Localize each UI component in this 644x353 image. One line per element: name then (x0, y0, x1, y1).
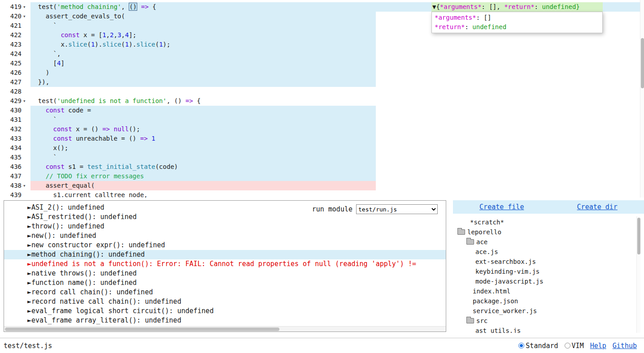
file-tree-item[interactable]: service_worker.js (453, 306, 644, 316)
test-result-row[interactable]: ►function name(): undefined (4, 278, 446, 288)
file-tree-folder[interactable]: leporello (453, 227, 644, 237)
code-token: ]; (129, 31, 136, 39)
file-tree-item[interactable]: ext-searchbox.js (453, 257, 644, 267)
fold-arrow-icon (22, 77, 30, 87)
code-line[interactable]: 436 const s1 = test_initial_state(code) (0, 162, 644, 172)
tooltip-entry[interactable]: *arguments*: [] (435, 13, 600, 22)
file-tree-folder[interactable]: ace (453, 237, 644, 247)
code-token: const (53, 125, 72, 133)
code-token: ` (30, 22, 57, 29)
code-line[interactable]: 429▾ test('undefined is not a function',… (0, 96, 644, 106)
editor-scrollbar[interactable] (640, 0, 644, 198)
file-tree-folder[interactable]: src (453, 316, 644, 326)
test-result-row[interactable]: ►record native call chain(): undefined (4, 297, 446, 306)
code-line[interactable]: 423 x.slice(1).slice(1).slice(1); (0, 40, 644, 49)
file-tree-item[interactable]: ace.js (453, 247, 644, 257)
radio-vim-icon[interactable] (565, 343, 570, 349)
code-token: => (102, 125, 110, 133)
code-token: , (121, 31, 125, 39)
code-token: , () (166, 97, 185, 104)
file-name: index.html (473, 286, 510, 296)
keybinding-vim-option[interactable]: VIM (565, 342, 584, 350)
keybinding-standard-option[interactable]: Standard (518, 342, 558, 350)
code-editor[interactable]: 419▾ test('method chaining', () => {420▾… (0, 0, 644, 198)
code-line[interactable]: 437 // TODO fix error messages (0, 172, 644, 181)
line-number: 428 (0, 87, 22, 96)
code-line[interactable]: 439 s1.current_calltree_node, (0, 190, 644, 198)
files-scrollbar[interactable] (636, 216, 640, 333)
test-result-row[interactable]: ►eval_frame logical short circuit(): und… (4, 306, 446, 316)
code-token (30, 172, 46, 180)
code-line[interactable]: 426 ) (0, 68, 644, 77)
code-line[interactable]: 431 ` (0, 115, 644, 125)
line-number: 422 (0, 30, 22, 40)
tooltip-entry[interactable]: *return*: undefined (435, 22, 600, 32)
folder-icon (466, 239, 474, 245)
code-line[interactable]: 434 x(); (0, 143, 644, 153)
test-result-row[interactable]: ►undefined is not a function(): Error: F… (4, 259, 446, 269)
folder-icon (457, 229, 465, 235)
code-token: const (46, 163, 65, 170)
fold-arrow-icon[interactable]: ▾ (22, 2, 30, 12)
code-token: 1 (125, 41, 129, 48)
test-result-row[interactable]: ►method chaining(): undefined (4, 250, 446, 259)
fold-arrow-icon (22, 153, 30, 162)
help-link[interactable]: Help (590, 342, 606, 350)
code-token: (code) (155, 163, 178, 170)
code-line[interactable]: 428 (0, 87, 644, 96)
line-number: 425 (0, 59, 22, 68)
run-module-select[interactable]: test/run.js (356, 204, 438, 214)
test-result-row[interactable]: ►record call chain(): undefined (4, 288, 446, 297)
code-line[interactable]: 432 const x = () => null(); (0, 125, 644, 134)
code-token: *return* (504, 3, 534, 10)
files-scrollbar-thumb[interactable] (637, 218, 640, 254)
radio-standard-icon[interactable] (518, 343, 524, 349)
file-tree-item[interactable]: ast_utils.js (453, 326, 644, 333)
code-token: *return* (435, 23, 465, 30)
code-token: { (193, 97, 200, 104)
output-horizontal-scrollbar[interactable] (4, 326, 446, 331)
code-line[interactable]: 424 `, (0, 49, 644, 59)
fold-arrow-icon[interactable]: ▾ (22, 12, 30, 21)
github-link[interactable]: Github (613, 342, 637, 350)
create-file-link[interactable]: Create file (479, 203, 524, 211)
file-tree-item[interactable]: keybinding-vim.js (453, 267, 644, 276)
test-result-row[interactable]: ►new(): undefined (4, 231, 446, 241)
file-tree-item[interactable]: mode-javascript.js (453, 276, 644, 286)
test-result-row[interactable]: ►native throws(): undefined (4, 269, 446, 278)
code-token: test( (30, 3, 57, 10)
code-line[interactable]: 427 }), (0, 77, 644, 87)
code-token: }), (30, 78, 49, 86)
create-dir-link[interactable]: Create dir (577, 203, 618, 211)
line-number: 426 (0, 68, 22, 77)
fold-arrow-icon[interactable]: ▾ (22, 181, 30, 190)
code-text: }), (30, 77, 644, 87)
fold-arrow-icon (22, 40, 30, 49)
code-token: () (129, 3, 137, 11)
fold-arrow-icon[interactable]: ▾ (22, 96, 30, 106)
output-scrollbar-thumb[interactable] (5, 327, 279, 331)
code-line[interactable]: 425 [4] (0, 59, 644, 68)
code-line[interactable]: 430 const code = (0, 106, 644, 115)
code-text: `, (30, 49, 644, 59)
test-result-row[interactable]: ►throw(): undefined (4, 222, 446, 231)
file-name: ace (476, 237, 487, 247)
file-name: mode-javascript.js (475, 276, 544, 286)
file-name: ace.js (475, 247, 498, 257)
file-name: leporello (467, 227, 501, 237)
eval-result-header[interactable]: ▼{*arguments*: [], *return*: undefined} (431, 2, 603, 12)
code-line[interactable]: 433 const unreachable = () => 1 (0, 134, 644, 143)
code-text: s1.current_calltree_node, (30, 190, 644, 198)
file-tree-item[interactable]: index.html (453, 286, 644, 296)
code-line[interactable]: 435 ` (0, 153, 644, 162)
code-line[interactable]: 438▾ assert_equal( (0, 181, 644, 190)
file-name: ext-searchbox.js (475, 257, 536, 267)
code-token: ( (87, 41, 91, 48)
code-text: [4] (30, 59, 644, 68)
code-token: test( (30, 97, 57, 104)
file-tree-item[interactable]: *scratch* (453, 217, 644, 227)
test-result-row[interactable]: ►new constructor expr(): undefined (4, 241, 446, 250)
test-result-row[interactable]: ►eval_frame array_literal(): undefined (4, 316, 446, 325)
editor-scrollbar-thumb[interactable] (641, 38, 644, 88)
file-tree-item[interactable]: package.json (453, 296, 644, 306)
